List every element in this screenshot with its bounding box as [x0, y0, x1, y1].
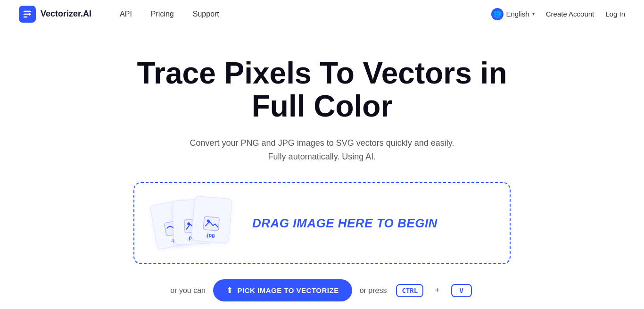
nav-links: API Pricing Support [120, 10, 491, 18]
upload-icon: ⬆ [226, 286, 233, 295]
logo-link[interactable]: Vectorizer.AI [19, 6, 91, 23]
hero-subtitle: Convert your PNG and JPG images to SVG v… [190, 136, 454, 164]
nav-link-support[interactable]: Support [193, 10, 219, 18]
nav-link-api[interactable]: API [120, 10, 132, 18]
pick-button-label: PICK IMAGE TO VECTORIZE [238, 286, 339, 294]
language-label: English [506, 10, 529, 18]
v-key: V [451, 284, 472, 297]
jpg-file-card: .jpg [191, 196, 232, 244]
globe-icon: 🌐 [491, 8, 504, 20]
nav-link-pricing[interactable]: Pricing [151, 10, 174, 18]
jpg-ext: .jpg [206, 232, 215, 238]
nav-right: 🌐 English ▾ Create Account Log In [491, 8, 625, 20]
navbar: Vectorizer.AI API Pricing Support 🌐 Engl… [0, 0, 644, 28]
chevron-down-icon: ▾ [532, 11, 535, 17]
hero-section: Trace Pixels To Vectors in Full Color Co… [0, 28, 644, 309]
plus-sign: + [435, 285, 440, 295]
hero-title: Trace Pixels To Vectors in Full Color [110, 57, 534, 123]
language-selector[interactable]: 🌐 English ▾ [491, 8, 535, 20]
pick-image-button[interactable]: ⬆ PICK IMAGE TO VECTORIZE [213, 279, 352, 301]
logo-text: Vectorizer.AI [41, 9, 91, 19]
file-icons-group: .gif .png .jpg [153, 197, 233, 249]
hero-subtitle-line1: Convert your PNG and JPG images to SVG v… [190, 138, 454, 148]
hero-subtitle-line2: Fully automatically. Using AI. [268, 152, 376, 161]
pick-area: or you can ⬆ PICK IMAGE TO VECTORIZE or … [170, 279, 473, 301]
or-you-can-text: or you can [170, 286, 206, 295]
create-account-link[interactable]: Create Account [546, 10, 594, 18]
logo-icon [19, 6, 36, 23]
login-link[interactable]: Log In [605, 10, 625, 18]
drag-text: DRAG IMAGE HERE TO BEGIN [252, 216, 438, 231]
ctrl-key: CTRL [396, 284, 423, 297]
drop-zone[interactable]: .gif .png .jpg DRAG IMA [133, 182, 511, 264]
or-press-text: or press [360, 286, 387, 295]
